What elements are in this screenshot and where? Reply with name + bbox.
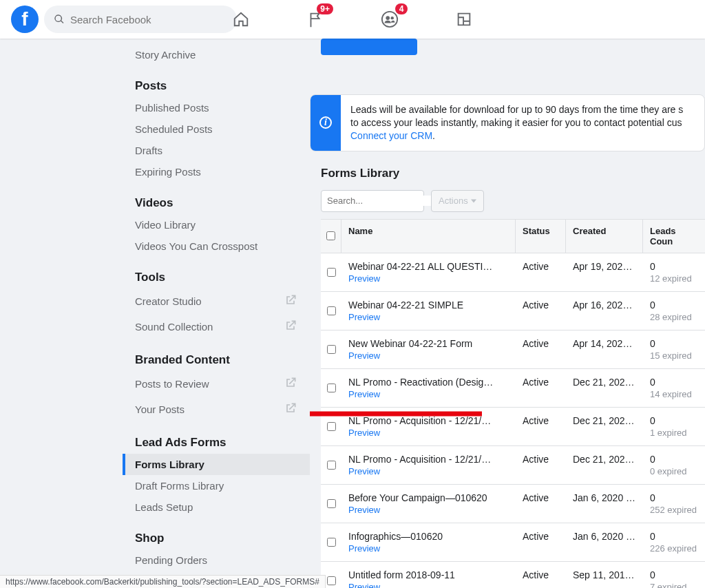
nav-home[interactable] — [207, 2, 275, 36]
external-icon — [284, 319, 297, 335]
leads-count: 0 — [650, 338, 698, 349]
row-checkbox[interactable] — [327, 306, 336, 315]
svg-marker-3 — [471, 199, 476, 202]
library-search-input[interactable] — [327, 196, 443, 206]
row-checkbox[interactable] — [327, 422, 336, 431]
notice-banner: i Leads will be available for download f… — [310, 94, 705, 151]
col-status[interactable]: Status — [516, 220, 566, 253]
leads-count: 0 — [650, 377, 698, 388]
form-name: NL Promo - Reactivation (Desig… — [348, 377, 509, 388]
library-search[interactable] — [321, 190, 424, 212]
table-row: Before Your Campaign—010620PreviewActive… — [321, 485, 705, 523]
sidebar-item-label: Drafts — [135, 145, 162, 156]
created-cell: Apr 14, 2021… — [566, 330, 643, 368]
notice-line1: Leads will be available for download for… — [350, 104, 683, 115]
form-name: Infographics—010620 — [348, 531, 509, 542]
gaming-icon — [455, 10, 473, 28]
sidebar-item-label: Leads Setup — [135, 501, 193, 513]
form-name: NL Promo - Acquisition - 12/21/… — [348, 454, 509, 465]
sidebar-item[interactable]: Posts to Review — [123, 371, 310, 397]
row-checkbox[interactable] — [327, 345, 336, 354]
row-checkbox[interactable] — [327, 384, 336, 392]
created-cell: Apr 19, 2021 … — [566, 253, 643, 291]
connect-crm-link[interactable]: Connect your CRM — [350, 130, 432, 141]
sidebar-item-label: Draft Forms Library — [135, 480, 224, 492]
sidebar-item[interactable]: Creator Studio — [123, 288, 310, 314]
preview-link[interactable]: Preview — [348, 350, 509, 361]
sidebar-item-label: Your Posts — [135, 403, 185, 415]
sidebar-item[interactable]: Published Posts — [123, 97, 310, 118]
preview-link[interactable]: Preview — [348, 312, 509, 322]
sidebar-item[interactable]: Your Posts — [123, 397, 310, 422]
svg-point-2 — [390, 17, 393, 19]
sidebar-item-label: Published Posts — [135, 102, 209, 114]
sidebar-item-label: Forms Library — [135, 459, 204, 470]
left-sidebar: Story ArchivePostsPublished PostsSchedul… — [0, 39, 310, 588]
nav-pages[interactable]: 9+ — [281, 2, 350, 36]
sidebar-item[interactable]: Forms Library — [123, 454, 310, 475]
sidebar-item-label: Expiring Posts — [135, 166, 201, 178]
status-cell: Active — [516, 369, 566, 407]
search-input[interactable] — [70, 14, 227, 25]
row-checkbox[interactable] — [327, 461, 336, 470]
row-checkbox[interactable] — [327, 499, 336, 508]
sidebar-section-title: Lead Ads Forms — [123, 432, 310, 454]
leads-expired: 28 expired — [650, 312, 698, 322]
table-row: NL Promo - Acquisition - 12/21/…PreviewA… — [321, 408, 705, 446]
leads-expired: 0 expired — [650, 466, 698, 476]
sidebar-item[interactable]: Draft Forms Library — [123, 475, 310, 496]
sidebar-section-title: Videos — [123, 192, 310, 214]
table-row: Webinar 04-22-21 ALL QUESTI…PreviewActiv… — [321, 253, 705, 292]
sidebar-item-label: Sound Collection — [135, 321, 213, 333]
sidebar-item[interactable]: Pending Orders — [123, 549, 310, 571]
col-created[interactable]: Created — [566, 220, 643, 253]
row-checkbox[interactable] — [327, 268, 336, 277]
sidebar-item[interactable]: Videos You Can Crosspost — [123, 235, 310, 257]
sidebar-item-label: Story Archive — [135, 49, 196, 61]
leads-count: 0 — [650, 300, 698, 311]
sidebar-item-label: Scheduled Posts — [135, 123, 213, 135]
nav-gaming[interactable] — [430, 2, 498, 36]
sidebar-item[interactable]: Leads Setup — [123, 496, 310, 518]
created-cell: Sep 11, 2018… — [566, 562, 643, 588]
notice-line2: to access your leads instantly, making i… — [350, 117, 682, 128]
col-leads[interactable]: Leads Coun — [643, 220, 705, 253]
form-name: Untitled form 2018-09-11 — [348, 569, 509, 580]
nav-groups[interactable]: 4 — [355, 2, 424, 36]
row-checkbox[interactable] — [327, 538, 336, 547]
browser-status-bar: https://www.facebook.com/Backerkit/publi… — [0, 575, 326, 588]
leads-count: 0 — [650, 531, 698, 542]
preview-link[interactable]: Preview — [348, 466, 509, 476]
sidebar-item[interactable]: Story Archive — [123, 44, 310, 65]
facebook-logo[interactable]: f — [11, 6, 39, 33]
preview-link[interactable]: Preview — [348, 582, 509, 588]
sidebar-section-title: Posts — [123, 75, 310, 97]
badge-pages: 9+ — [317, 3, 333, 14]
chevron-down-icon — [471, 198, 476, 204]
table-row: Webinar 04-22-21 SIMPLEPreviewActiveApr … — [321, 292, 705, 330]
status-cell: Active — [516, 408, 566, 445]
col-name[interactable]: Name — [341, 220, 516, 253]
leads-count: 0 — [650, 569, 698, 580]
preview-link[interactable]: Preview — [348, 273, 509, 284]
sidebar-item[interactable]: Drafts — [123, 140, 310, 161]
status-cell: Active — [516, 253, 566, 291]
svg-point-1 — [386, 16, 390, 20]
sidebar-item[interactable]: Sound Collection — [123, 314, 310, 339]
preview-link[interactable]: Preview — [348, 428, 509, 438]
leads-expired: 14 expired — [650, 389, 698, 399]
svg-point-0 — [382, 12, 397, 27]
select-all-checkbox[interactable] — [326, 231, 335, 240]
sidebar-item[interactable]: Scheduled Posts — [123, 118, 310, 140]
preview-link[interactable]: Preview — [348, 389, 509, 399]
home-icon — [232, 10, 250, 28]
leads-expired: 226 expired — [650, 543, 698, 554]
actions-dropdown[interactable]: Actions — [431, 190, 484, 212]
preview-link[interactable]: Preview — [348, 543, 509, 554]
status-cell: Active — [516, 330, 566, 368]
row-checkbox[interactable] — [327, 576, 336, 585]
preview-link[interactable]: Preview — [348, 505, 509, 515]
sidebar-item[interactable]: Video Library — [123, 214, 310, 235]
leads-expired: 1 expired — [650, 428, 698, 438]
sidebar-item[interactable]: Expiring Posts — [123, 161, 310, 182]
